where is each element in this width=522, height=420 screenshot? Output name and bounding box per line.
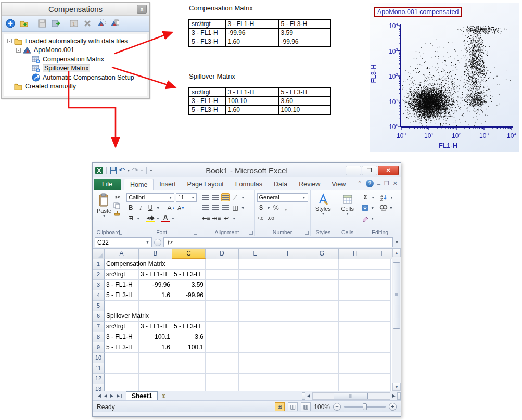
prev-sheet-icon[interactable]: ◀	[103, 393, 109, 398]
cell-B3[interactable]: -99.96	[139, 280, 172, 290]
cell-F9[interactable]	[272, 342, 305, 353]
cell-I5[interactable]	[372, 301, 391, 311]
workbook-minimize-icon[interactable]: –	[377, 181, 380, 187]
cell-F6[interactable]	[272, 311, 305, 322]
cell-H3[interactable]	[339, 280, 372, 290]
font-color-dropdown-icon[interactable]: ▼	[171, 217, 175, 220]
cell-F8[interactable]	[272, 332, 305, 342]
cell-I8[interactable]	[372, 332, 391, 342]
cell-B4[interactable]: 1.6	[139, 290, 172, 301]
orientation-dropdown-icon[interactable]: ▼	[241, 196, 245, 199]
cell-D12[interactable]	[206, 374, 239, 384]
cell-B11[interactable]	[139, 363, 172, 374]
cell-E1[interactable]	[239, 259, 272, 270]
shrink-font-button[interactable]: A▼	[177, 203, 185, 212]
scroll-right-icon[interactable]: ▶	[391, 393, 397, 398]
column-header-D[interactable]: D	[206, 249, 239, 259]
cell-E5[interactable]	[239, 301, 272, 311]
workbook-close-icon[interactable]: ✕	[393, 180, 398, 187]
cells-button[interactable]: Cells▼	[338, 192, 357, 217]
clear-icon[interactable]	[361, 215, 369, 222]
align-right-icon[interactable]	[221, 203, 230, 212]
cell-G7[interactable]	[305, 322, 339, 332]
cell-E8[interactable]	[239, 332, 272, 342]
fill-down-icon[interactable]	[361, 204, 369, 211]
cell-C5[interactable]	[172, 301, 206, 311]
tree-expander-icon[interactable]: -	[7, 39, 12, 43]
cell-E13[interactable]	[239, 384, 272, 391]
cell-A7[interactable]: src\trgt	[105, 322, 139, 332]
cell-F7[interactable]	[272, 322, 305, 332]
expand-formula-bar-icon[interactable]: ▼	[395, 240, 399, 244]
row-header-9[interactable]: 9	[93, 342, 105, 353]
cell-I3[interactable]	[372, 280, 391, 290]
cell-G3[interactable]	[305, 280, 339, 290]
cell-A13[interactable]	[105, 384, 139, 391]
tree-item-label[interactable]: Loaded automatically with data files	[25, 37, 128, 45]
cell-B5[interactable]	[139, 301, 172, 311]
column-header-H[interactable]: H	[339, 249, 372, 259]
row-header-12[interactable]: 12	[93, 374, 105, 384]
scroll-down-icon[interactable]: ▼	[392, 383, 401, 391]
scroll-left-icon[interactable]: ◀	[305, 393, 312, 398]
paste-button[interactable]: Paste▼	[95, 192, 113, 219]
increase-decimal-icon[interactable]: +.0	[257, 215, 264, 221]
close-button[interactable]: ✕	[378, 166, 399, 175]
tab-formulas[interactable]: Formulas	[230, 179, 268, 190]
fill-dropdown-icon[interactable]: ▼	[371, 206, 374, 210]
cell-G12[interactable]	[305, 374, 339, 384]
tree-item-label[interactable]: Created manually	[25, 83, 76, 90]
cell-H1[interactable]	[339, 259, 372, 270]
column-header-F[interactable]: F	[272, 249, 305, 259]
collapse-ribbon-icon[interactable]: ⌃	[358, 180, 362, 187]
cell-D3[interactable]	[206, 280, 239, 290]
cell-B10[interactable]	[139, 353, 172, 363]
autosum-icon[interactable]: Σ	[361, 193, 370, 201]
cell-D8[interactable]	[206, 332, 239, 342]
normal-view-icon[interactable]: ⊞	[275, 402, 285, 411]
tree-item-loaded-automatically-with-data-files[interactable]: -Loaded automatically with data files	[5, 36, 146, 46]
save-icon[interactable]	[36, 18, 48, 29]
vertical-scrollbar[interactable]: ▲ ▼	[392, 249, 401, 391]
cell-C9[interactable]: 100.1	[172, 342, 206, 353]
cell-E3[interactable]	[239, 280, 272, 290]
cell-H5[interactable]	[339, 301, 372, 311]
row-header-7[interactable]: 7	[93, 322, 105, 332]
h-split-handle[interactable]	[302, 392, 305, 400]
cell-B12[interactable]	[139, 374, 172, 384]
fill-color-icon[interactable]: ◂◆	[146, 214, 155, 222]
cell-H11[interactable]	[339, 363, 372, 374]
font-color-icon[interactable]: A	[161, 214, 170, 222]
select-all-corner[interactable]	[93, 249, 105, 259]
cell-F1[interactable]	[272, 259, 305, 270]
formula-options-icon[interactable]	[154, 239, 161, 246]
cell-F5[interactable]	[272, 301, 305, 311]
cell-A8[interactable]: 3 - FL1-H	[105, 332, 139, 342]
cell-D6[interactable]	[206, 311, 239, 322]
customize-qat-icon[interactable]: ▼	[149, 169, 153, 172]
last-sheet-icon[interactable]: ▶❘	[115, 393, 125, 398]
cell-I7[interactable]	[372, 322, 391, 332]
cell-D9[interactable]	[206, 342, 239, 353]
cell-A3[interactable]: 3 - FL1-H	[105, 280, 139, 290]
tab-file[interactable]: File	[94, 179, 121, 190]
tab-view[interactable]: View	[326, 179, 351, 190]
cell-C12[interactable]	[172, 374, 206, 384]
tab-sheet1[interactable]: Sheet1	[126, 391, 158, 400]
zoom-level[interactable]: 100%	[314, 403, 330, 411]
cell-A1[interactable]: Compensation Matrix	[105, 259, 139, 270]
tab-home[interactable]: Home	[124, 179, 154, 190]
tab-data[interactable]: Data	[268, 179, 293, 190]
name-box[interactable]: C22▼	[95, 237, 152, 247]
tree-item-label[interactable]: Spillover Matrix	[43, 64, 90, 72]
tree-expander-icon[interactable]: -	[16, 48, 21, 53]
cell-F11[interactable]	[272, 363, 305, 374]
row-header-13[interactable]: 13	[93, 384, 105, 391]
rename-icon[interactable]: T	[68, 18, 80, 29]
cell-D2[interactable]	[206, 270, 239, 280]
comma-icon[interactable]: ,	[282, 203, 290, 212]
cell-I9[interactable]	[372, 342, 391, 353]
cell-A2[interactable]: src\trgt	[105, 270, 139, 280]
cell-E6[interactable]	[239, 311, 272, 322]
cell-C13[interactable]	[172, 384, 206, 391]
